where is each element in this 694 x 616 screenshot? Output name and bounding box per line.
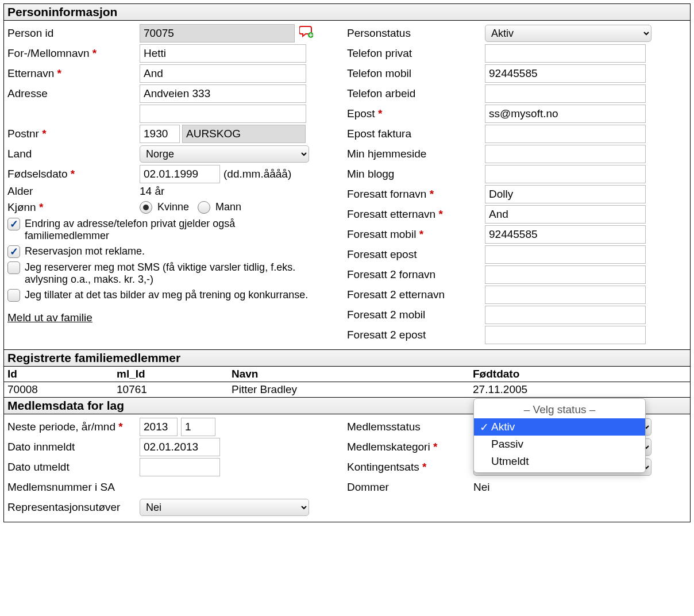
label-kont: Kontingentsats * <box>347 460 473 475</box>
mem-status-dropdown-open[interactable]: – Velg status – Aktiv Passiv Utmeldt <box>473 398 646 473</box>
guardian2-email-field[interactable] <box>485 326 646 344</box>
lastname-field[interactable] <box>140 64 306 83</box>
chk-photo-label: Jeg tillater at det tas bilder av meg på… <box>25 289 308 301</box>
section-person-header: Personinformasjon <box>4 4 690 21</box>
label-member-no: Medlemsnummer i SA <box>7 480 140 495</box>
age-value: 14 år <box>140 184 164 199</box>
chk-family-address[interactable] <box>7 218 20 230</box>
label-guardian2-last: Foresatt 2 etternavn <box>347 287 485 302</box>
label-tel-priv: Telefon privat <box>347 46 485 61</box>
label-dob: Fødselsdato * <box>7 167 140 182</box>
dd-option-aktiv[interactable]: Aktiv <box>474 418 645 436</box>
label-email: Epost * <box>347 106 485 121</box>
section-person: Personinformasjon Person id For-/Mellomn <box>3 3 691 350</box>
address1-field[interactable] <box>140 84 306 103</box>
label-gender: Kjønn * <box>7 200 140 215</box>
guardian2-last-field[interactable] <box>485 286 646 304</box>
next-period-year-field[interactable] <box>140 418 178 436</box>
next-period-month-field[interactable] <box>181 418 215 436</box>
label-guardian1-first: Foresatt fornavn * <box>347 187 485 202</box>
label-lastname: Etternavn * <box>7 66 140 81</box>
family-col-dob: Fødtdato <box>469 367 690 382</box>
rep-select[interactable]: Nei <box>140 499 309 516</box>
chk-reserve-ads[interactable] <box>7 245 20 258</box>
family-table: Id ml_Id Navn Fødtdato 70008 10761 Pitte… <box>4 367 690 397</box>
label-country: Land <box>7 147 140 161</box>
person-right-col: Personstatus Aktiv Telefon privat Telefo… <box>347 23 687 345</box>
label-guardian2-email: Foresatt 2 epost <box>347 328 485 342</box>
guardian2-first-field[interactable] <box>485 265 646 284</box>
tel-priv-field[interactable] <box>485 44 646 63</box>
tel-work-field[interactable] <box>485 84 646 103</box>
label-blog: Min blogg <box>347 167 485 182</box>
family-name: Pitter Bradley <box>228 382 469 398</box>
label-rep: Representasjonsutøver <box>7 500 140 515</box>
country-select[interactable]: Norge <box>140 145 309 163</box>
section-family-header: Registrerte familiemedlemmer <box>4 350 690 367</box>
section-member: Medlemsdata for lag Neste periode, år/mn… <box>3 398 691 522</box>
date-out-field[interactable] <box>140 458 220 476</box>
guardian2-mob-field[interactable] <box>485 306 646 324</box>
person-left-col: Person id For-/Mellomnavn * Etternavn * <box>7 23 347 345</box>
family-mlid: 10761 <box>113 382 228 398</box>
family-dob: 27.11.2005 <box>469 382 690 398</box>
person-id-field <box>140 24 295 43</box>
label-tel-mob: Telefon mobil <box>347 66 485 81</box>
guardian1-email-field[interactable] <box>485 245 646 264</box>
guardian1-mob-field[interactable] <box>485 225 646 244</box>
label-email-invoice: Epost faktura <box>347 126 485 141</box>
dd-option-passiv[interactable]: Passiv <box>474 436 645 453</box>
dd-placeholder[interactable]: – Velg status – <box>474 401 645 418</box>
blog-field[interactable] <box>485 165 646 183</box>
email-field[interactable] <box>485 105 646 123</box>
label-address: Adresse <box>7 86 140 101</box>
dommer-value: Nei <box>473 480 490 495</box>
label-person-status: Personstatus <box>347 26 485 41</box>
dob-field[interactable] <box>140 165 220 183</box>
gender-female-label: Kvinne <box>157 201 189 213</box>
date-in-field[interactable] <box>140 438 220 456</box>
label-mem-cat: Medlemskategori * <box>347 440 473 455</box>
chk-reserve-sms[interactable] <box>7 261 20 274</box>
tel-mob-field[interactable] <box>485 64 646 83</box>
label-first-middle: For-/Mellomnavn * <box>7 46 140 61</box>
family-col-mlid: ml_Id <box>113 367 228 382</box>
gender-male-label: Mann <box>215 201 241 213</box>
label-age: Alder <box>7 184 140 199</box>
label-guardian2-mob: Foresatt 2 mobil <box>347 307 485 322</box>
label-person-id: Person id <box>7 26 140 41</box>
postnr-field[interactable] <box>140 125 180 143</box>
section-family: Registrerte familiemedlemmer Id ml_Id Na… <box>3 350 691 398</box>
label-guardian1-email: Foresatt epost <box>347 247 485 262</box>
family-col-id: Id <box>4 367 113 382</box>
gender-female-radio[interactable] <box>140 201 152 214</box>
guardian1-first-field[interactable] <box>485 185 646 203</box>
chk-family-address-label: Endring av adresse/telefon privat gjelde… <box>25 218 312 242</box>
member-right-col: Medlemsstatus Aktiv – Velg status – Akti… <box>347 417 687 517</box>
label-dommer: Dommer <box>347 480 473 495</box>
first-middle-field[interactable] <box>140 44 306 63</box>
guardian1-last-field[interactable] <box>485 205 646 224</box>
label-next-period: Neste periode, år/mnd * <box>7 419 140 434</box>
table-row: 70008 10761 Pitter Bradley 27.11.2005 <box>4 382 690 398</box>
label-guardian2-first: Foresatt 2 fornavn <box>347 267 485 282</box>
label-postnr: Postnr * <box>7 126 140 141</box>
city-field <box>182 125 306 143</box>
label-homepage: Min hjemmeside <box>347 147 485 161</box>
family-id: 70008 <box>4 382 113 398</box>
label-mem-status: Medlemsstatus <box>347 419 473 434</box>
person-status-select[interactable]: Aktiv <box>485 25 651 42</box>
email-invoice-field[interactable] <box>485 125 646 143</box>
gender-male-radio[interactable] <box>198 201 210 214</box>
dd-option-utmeldt[interactable]: Utmeldt <box>474 453 645 470</box>
chk-reserve-sms-label: Jeg reserverer meg mot SMS (få viktige v… <box>25 261 335 286</box>
family-col-name: Navn <box>228 367 469 382</box>
homepage-field[interactable] <box>485 145 646 163</box>
label-date-in: Dato innmeldt <box>7 440 140 455</box>
comment-icon[interactable] <box>299 25 313 41</box>
address2-field[interactable] <box>140 105 306 123</box>
label-tel-work: Telefon arbeid <box>347 86 485 101</box>
label-date-out: Dato utmeldt <box>7 460 140 475</box>
unenroll-family-link[interactable]: Meld ut av familie <box>7 311 92 324</box>
chk-photo[interactable] <box>7 289 20 302</box>
